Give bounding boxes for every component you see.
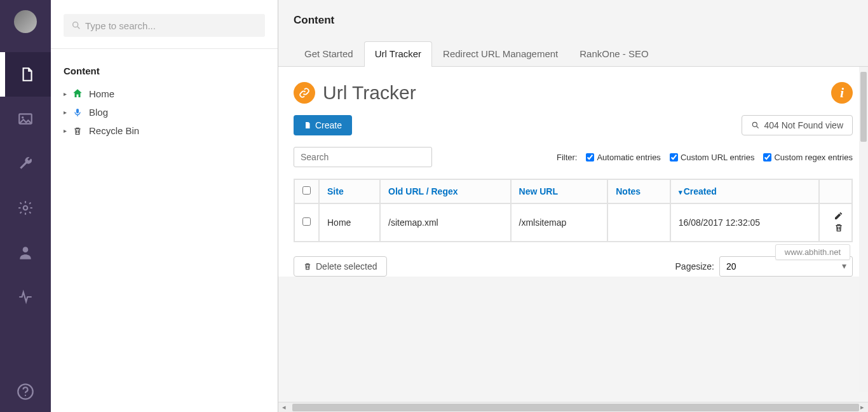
svg-rect-7 (76, 109, 79, 113)
cell-created: 16/08/2017 12:32:05 (670, 203, 819, 242)
document-icon (18, 66, 35, 83)
link-icon (294, 82, 315, 104)
search-icon (751, 121, 760, 130)
watermark: www.abhith.net (775, 244, 850, 260)
select-all-checkbox[interactable] (302, 186, 311, 195)
image-icon (17, 111, 34, 127)
tab-get-started[interactable]: Get Started (294, 41, 364, 67)
activity-icon (17, 289, 34, 305)
col-new-url[interactable]: New URL (511, 179, 608, 203)
avatar[interactable] (14, 10, 37, 33)
filter-custom-regex[interactable]: Custom regex entries (763, 153, 853, 162)
table-row[interactable]: Home /sitemap.xml /xmlsitemap 16/08/2017… (294, 203, 852, 242)
user-icon (17, 244, 34, 261)
table-search-input[interactable] (294, 147, 432, 167)
nav-users[interactable] (0, 230, 51, 275)
home-icon (71, 88, 84, 99)
tree-item-recycle-bin[interactable]: ▸ Recycle Bin (61, 121, 268, 140)
create-button[interactable]: Create (294, 115, 352, 135)
not-found-view-label: 404 Not Found view (764, 120, 843, 130)
svg-point-2 (24, 206, 28, 210)
cell-site: Home (319, 203, 380, 242)
main-area: Content Get Started Url Tracker Redirect… (278, 0, 868, 412)
col-notes[interactable]: Notes (607, 179, 670, 203)
chevron-right-icon[interactable]: ▸ (61, 90, 69, 97)
scroll-left-icon[interactable]: ◂ (280, 403, 288, 411)
nav-rail (0, 0, 51, 412)
tree-item-label: Home (89, 88, 114, 99)
document-icon (304, 121, 311, 130)
chevron-right-icon[interactable]: ▸ (61, 127, 69, 134)
tree-panel: Content ▸ Home ▸ Blog ▸ R (51, 0, 278, 412)
not-found-view-button[interactable]: 404 Not Found view (742, 115, 853, 135)
global-search-input[interactable] (64, 14, 265, 37)
content-tree: ▸ Home ▸ Blog ▸ Recycle Bin (51, 84, 278, 140)
page-title: Url Tracker (323, 82, 416, 104)
tree-item-home[interactable]: ▸ Home (61, 84, 268, 103)
filter-label: Filter: (557, 153, 578, 162)
filter-automatic[interactable]: Automatic entries (586, 153, 660, 162)
header-title: Content (294, 14, 853, 27)
content-tabs: Get Started Url Tracker Redirect URL Man… (294, 41, 853, 66)
chevron-down-icon: ▾ (679, 188, 682, 196)
chevron-right-icon[interactable]: ▸ (61, 109, 69, 116)
info-icon[interactable]: i (831, 82, 853, 104)
url-tracker-table: Site Old URL / Regex New URL Notes ▾Crea… (294, 179, 853, 242)
delete-selected-button[interactable]: Delete selected (294, 256, 387, 277)
tab-rankone-seo[interactable]: RankOne - SEO (569, 41, 659, 67)
vertical-scrollbar[interactable] (859, 67, 868, 392)
cell-notes (607, 203, 670, 242)
section-title: Content (51, 49, 278, 84)
trash-icon (71, 126, 84, 136)
nav-activity[interactable] (0, 275, 51, 319)
create-button-label: Create (315, 120, 342, 130)
trash-icon[interactable] (834, 224, 844, 235)
filter-custom-url-checkbox[interactable] (670, 153, 678, 161)
help-icon (17, 383, 34, 401)
col-old-url[interactable]: Old URL / Regex (380, 179, 510, 203)
nav-settings[interactable] (0, 141, 51, 186)
svg-point-5 (25, 395, 26, 396)
pagesize-label: Pagesize: (675, 261, 714, 271)
nav-media[interactable] (0, 97, 51, 141)
svg-point-6 (73, 22, 78, 27)
filter-automatic-checkbox[interactable] (586, 153, 594, 161)
scroll-right-icon[interactable]: ▸ (858, 403, 867, 411)
nav-content[interactable] (0, 52, 51, 97)
wrench-icon (17, 155, 34, 172)
nav-help[interactable] (0, 383, 51, 401)
cell-old-url: /sitemap.xml (380, 203, 510, 242)
gear-icon (17, 200, 34, 216)
filter-custom-regex-checkbox[interactable] (763, 153, 771, 161)
nav-developer[interactable] (0, 186, 51, 230)
col-site[interactable]: Site (319, 179, 380, 203)
trash-icon (303, 262, 312, 271)
cell-new-url: /xmlsitemap (511, 203, 608, 242)
col-created[interactable]: ▾Created (670, 179, 819, 203)
tree-item-blog[interactable]: ▸ Blog (61, 103, 268, 121)
edit-icon[interactable] (834, 212, 844, 223)
microphone-icon (71, 107, 84, 118)
row-checkbox[interactable] (302, 217, 311, 226)
tree-item-label: Blog (89, 107, 108, 118)
tab-url-tracker[interactable]: Url Tracker (364, 41, 432, 67)
search-icon (71, 20, 81, 31)
delete-selected-label: Delete selected (316, 261, 377, 271)
tab-redirect-url[interactable]: Redirect URL Management (432, 41, 569, 67)
filter-custom-url[interactable]: Custom URL entries (670, 153, 755, 162)
horizontal-scrollbar[interactable]: ◂ ▸ (278, 402, 868, 412)
tree-item-label: Recycle Bin (89, 125, 139, 136)
svg-point-3 (23, 247, 29, 252)
svg-point-1 (22, 116, 24, 118)
svg-point-8 (753, 122, 757, 127)
